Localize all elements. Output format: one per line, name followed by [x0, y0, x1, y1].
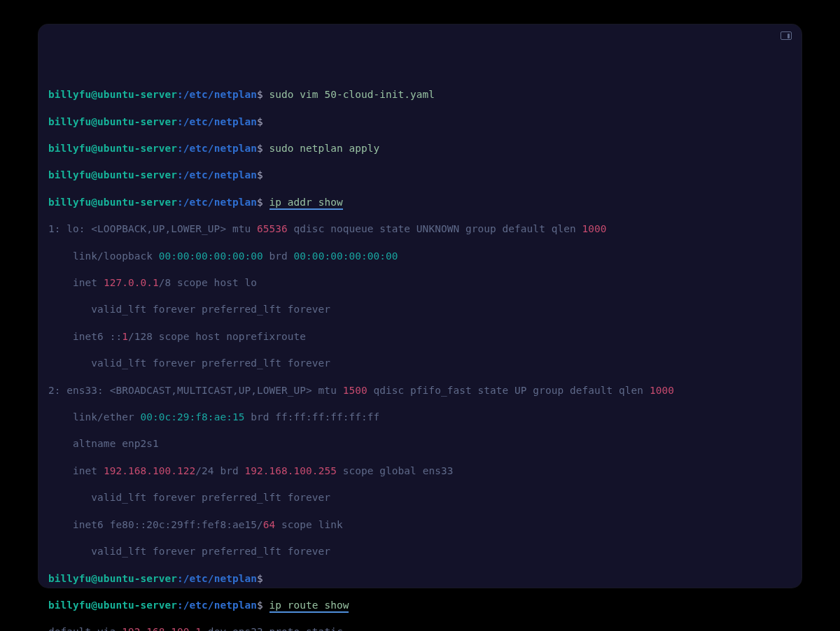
prompt-line: billyfu@ubuntu-server:/etc/netplan$ sudo…	[48, 88, 792, 101]
output-line: link/loopback 00:00:00:00:00:00 brd 00:0…	[48, 250, 792, 263]
output-line: 1: lo: <LOOPBACK,UP,LOWER_UP> mtu 65536 …	[48, 222, 792, 236]
prompt-user: billyfu@ubuntu-server	[48, 89, 177, 100]
output-line: inet6 ::1/128 scope host noprefixroute	[48, 330, 792, 343]
highlighted-command: ip route show	[270, 600, 349, 613]
prompt-path: /etc/netplan	[183, 89, 257, 100]
output-line: valid_lft forever preferred_lft forever	[48, 357, 792, 370]
prompt-dollar: $	[257, 89, 263, 100]
prompt-line: billyfu@ubuntu-server:/etc/netplan$	[48, 169, 792, 182]
output-line: altname enp2s1	[48, 437, 792, 451]
command-text: sudo vim 50-cloud-init.yaml	[263, 89, 435, 100]
prompt-sep: :	[177, 89, 183, 100]
output-line: valid_lft forever preferred_lft forever	[48, 303, 792, 316]
output-line: inet 192.168.100.122/24 brd 192.168.100.…	[48, 465, 792, 478]
prompt-line: billyfu@ubuntu-server:/etc/netplan$ sudo…	[48, 142, 792, 155]
terminal-window: billyfu@ubuntu-server:/etc/netplan$ sudo…	[38, 24, 802, 588]
output-line: valid_lft forever preferred_lft forever	[48, 491, 792, 504]
output-line: valid_lft forever preferred_lft forever	[48, 545, 792, 558]
titlebar	[38, 24, 802, 45]
prompt-line: billyfu@ubuntu-server:/etc/netplan$	[48, 572, 792, 586]
prompt-line: billyfu@ubuntu-server:/etc/netplan$ ip a…	[48, 196, 792, 209]
terminal-output[interactable]: billyfu@ubuntu-server:/etc/netplan$ sudo…	[38, 45, 802, 631]
panel-right-icon[interactable]	[780, 31, 792, 40]
highlighted-command: ip addr show	[270, 197, 343, 210]
command-text: sudo netplan apply	[263, 143, 380, 154]
output-line: default via 192.168.100.1 dev ens33 prot…	[48, 625, 792, 631]
output-line: 2: ens33: <BROADCAST,MULTICAST,UP,LOWER_…	[48, 384, 792, 397]
output-line: link/ether 00:0c:29:f8:ae:15 brd ff:ff:f…	[48, 411, 792, 424]
output-line: inet6 fe80::20c:29ff:fef8:ae15/64 scope …	[48, 518, 792, 532]
output-line: inet 127.0.0.1/8 scope host lo	[48, 276, 792, 290]
prompt-line: billyfu@ubuntu-server:/etc/netplan$	[48, 115, 792, 129]
prompt-line: billyfu@ubuntu-server:/etc/netplan$ ip r…	[48, 599, 792, 612]
